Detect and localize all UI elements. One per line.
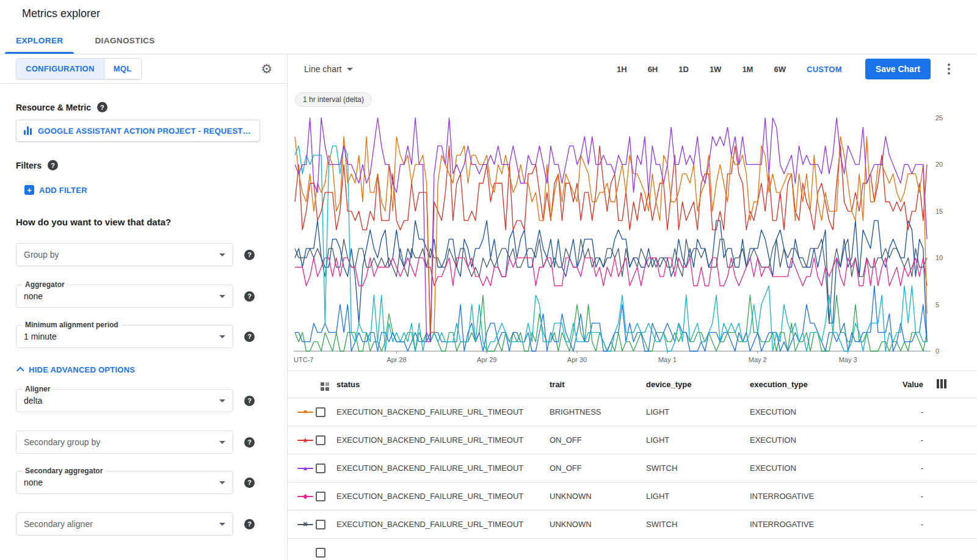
execution-type-cell: EXECUTION — [750, 464, 868, 473]
help-icon[interactable] — [244, 332, 255, 342]
dropdown-caret-icon — [347, 68, 353, 71]
group-by-select[interactable]: Group by — [16, 243, 233, 266]
table-row[interactable]: ◆EXECUTION_BACKEND_FAILURE_URL_TIMEOUTUN… — [288, 482, 977, 511]
trait-cell: UNKNOWN — [550, 492, 646, 501]
chart-panel: Line chart 1H 6H 1D 1W 1M 6W CUSTOM Save… — [288, 54, 977, 560]
row-checkbox[interactable] — [316, 464, 325, 473]
help-icon[interactable] — [97, 102, 107, 112]
secondary-aggregator-select[interactable]: Secondary aggregator none — [16, 471, 233, 494]
metrics-explorer-app: Metrics explorer EXPLORER DIAGNOSTICS CO… — [0, 0, 977, 560]
secondary-group-by-select[interactable]: Secondary group by — [16, 431, 233, 454]
help-icon[interactable] — [244, 291, 255, 302]
legend-table-header: status trait device_type execution_type … — [288, 371, 977, 398]
table-row[interactable]: ▲EXECUTION_BACKEND_FAILURE_URL_TIMEOUTON… — [288, 454, 977, 482]
tab-bar: EXPLORER DIAGNOSTICS — [0, 27, 977, 54]
add-filter-label: ADD FILTER — [39, 186, 87, 195]
device-type-cell: SWITCH — [646, 464, 750, 473]
status-cell: EXECUTION_BACKEND_FAILURE_URL_TIMEOUT — [336, 492, 550, 501]
legend-table-body: ■EXECUTION_BACKEND_FAILURE_URL_TIMEOUTBR… — [288, 398, 977, 560]
help-icon[interactable] — [48, 160, 58, 170]
time-range-6h[interactable]: 6H — [648, 65, 658, 74]
configuration-tab[interactable]: CONFIGURATION — [16, 59, 104, 79]
table-row-partial — [288, 539, 977, 560]
help-icon[interactable] — [244, 478, 255, 488]
chart-type-dropdown[interactable]: Line chart — [304, 64, 353, 74]
help-icon[interactable] — [244, 519, 255, 529]
selected-metric-button[interactable]: GOOGLE ASSISTANT ACTION PROJECT - REQUES… — [16, 120, 260, 142]
aggregator-select[interactable]: Aggregator none — [16, 285, 233, 308]
device-type-cell: LIGHT — [646, 492, 750, 501]
configuration-panel: CONFIGURATION MQL ⚙ Resource & Metric GO… — [0, 54, 288, 560]
legend-grid-icon[interactable] — [321, 382, 329, 391]
aligner-select[interactable]: Aligner delta — [16, 389, 233, 412]
table-row[interactable]: ■EXECUTION_BACKEND_FAILURE_URL_TIMEOUTBR… — [288, 398, 977, 426]
mode-toggle-row: CONFIGURATION MQL ⚙ — [0, 54, 287, 84]
help-icon[interactable] — [244, 250, 255, 260]
filters-section: Filters — [16, 160, 272, 170]
status-cell: EXECUTION_BACKEND_FAILURE_URL_TIMEOUT — [336, 407, 550, 416]
help-icon[interactable] — [244, 437, 255, 448]
tab-explorer[interactable]: EXPLORER — [0, 27, 79, 54]
svg-text:May 1: May 1 — [658, 356, 677, 363]
line-chart-svg[interactable]: UTC-7Apr 28Apr 29Apr 30May 1May 2May 305… — [294, 112, 965, 368]
value-cell: - — [868, 520, 923, 529]
execution-type-cell: EXECUTION — [750, 435, 868, 445]
row-checkbox[interactable] — [316, 435, 325, 445]
execution-type-cell: INTERROGATIVE — [750, 520, 868, 529]
secondary-aligner-select[interactable]: Secondary aligner — [16, 512, 233, 536]
row-checkbox[interactable] — [316, 548, 325, 558]
svg-text:0: 0 — [935, 347, 939, 355]
time-range-1d[interactable]: 1D — [678, 65, 689, 74]
add-plus-icon — [24, 185, 34, 195]
svg-text:Apr 28: Apr 28 — [387, 356, 406, 363]
value-column-header: Value — [868, 380, 923, 389]
time-range-custom[interactable]: CUSTOM — [807, 65, 842, 74]
device-type-column-header: device_type — [646, 380, 750, 389]
trait-column-header: trait — [550, 380, 646, 389]
mode-segmented-control: CONFIGURATION MQL — [16, 58, 142, 79]
device-type-cell: LIGHT — [646, 435, 750, 445]
resource-metric-label: Resource & Metric — [16, 103, 91, 112]
time-range-6w[interactable]: 6W — [774, 65, 786, 74]
series-marker-icon: ✖ — [297, 520, 313, 528]
time-range-group: 1H 6H 1D 1W 1M 6W CUSTOM — [617, 65, 842, 74]
svg-text:May 2: May 2 — [749, 356, 767, 363]
settings-gear-icon[interactable]: ⚙ — [261, 62, 272, 75]
execution-type-column-header: execution_type — [750, 380, 868, 389]
hide-advanced-options-button[interactable]: HIDE ADVANCED OPTIONS — [16, 365, 272, 374]
table-row[interactable]: ★EXECUTION_BACKEND_FAILURE_URL_TIMEOUTON… — [288, 426, 977, 454]
row-checkbox[interactable] — [316, 407, 325, 417]
resource-metric-section: Resource & Metric — [16, 102, 272, 112]
more-options-kebab-icon[interactable] — [945, 61, 953, 77]
svg-text:May 3: May 3 — [839, 356, 857, 363]
row-checkbox[interactable] — [316, 520, 325, 529]
svg-text:10: 10 — [935, 254, 943, 261]
execution-type-cell: EXECUTION — [750, 407, 868, 416]
bar-chart-icon — [24, 126, 32, 135]
status-cell: EXECUTION_BACKEND_FAILURE_URL_TIMEOUT — [336, 464, 550, 473]
column-chooser-icon[interactable] — [937, 379, 946, 388]
time-range-1w[interactable]: 1W — [710, 65, 722, 74]
series-marker-icon: ★ — [297, 436, 313, 444]
svg-text:Apr 30: Apr 30 — [567, 356, 587, 363]
app-header: Metrics explorer — [0, 0, 977, 27]
time-range-1h[interactable]: 1H — [617, 65, 627, 74]
status-column-header: status — [336, 380, 550, 389]
time-range-1m[interactable]: 1M — [742, 65, 753, 74]
mql-tab[interactable]: MQL — [104, 59, 141, 79]
dropdown-caret-icon — [219, 523, 225, 526]
add-filter-button[interactable]: ADD FILTER — [24, 185, 272, 195]
interval-chip[interactable]: 1 hr interval (delta) — [295, 92, 372, 107]
help-icon[interactable] — [244, 396, 255, 406]
view-data-question: How do you want to view that data? — [16, 217, 272, 227]
save-chart-button[interactable]: Save Chart — [865, 59, 931, 79]
value-cell: - — [868, 492, 923, 501]
row-checkbox[interactable] — [316, 492, 325, 501]
value-cell: - — [868, 464, 923, 473]
tab-diagnostics[interactable]: DIAGNOSTICS — [79, 27, 170, 54]
min-alignment-period-select[interactable]: Minimum alignment period 1 minute — [16, 325, 233, 348]
trait-cell: ON_OFF — [550, 435, 646, 445]
table-row[interactable]: ✖EXECUTION_BACKEND_FAILURE_URL_TIMEOUTUN… — [288, 511, 977, 539]
trait-cell: ON_OFF — [550, 464, 646, 473]
svg-text:UTC-7: UTC-7 — [294, 356, 313, 363]
